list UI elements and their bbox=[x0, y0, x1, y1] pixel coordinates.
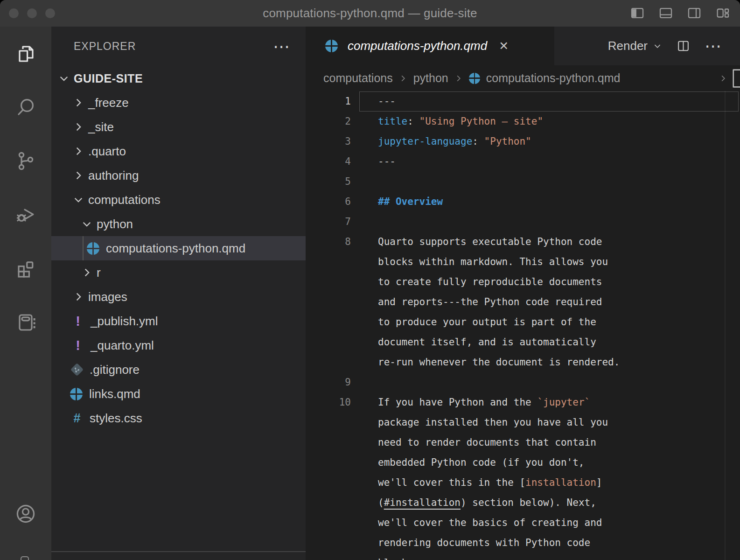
tree-item--quarto[interactable]: .quarto bbox=[51, 139, 306, 163]
tab-bar: computations-python.qmd ✕ Render ⋯ bbox=[306, 27, 740, 65]
tree-item-links-qmd[interactable]: links.qmd bbox=[51, 382, 306, 406]
code-line-text: (#installation) section below). Next, bbox=[378, 493, 596, 513]
tree-item-python[interactable]: python bbox=[51, 212, 306, 236]
code-line-text: ## Overview bbox=[378, 192, 443, 212]
tree-item--quarto-yml[interactable]: !_quarto.yml bbox=[51, 333, 306, 357]
line-number bbox=[306, 312, 351, 332]
yaml-warning-icon: ! bbox=[72, 338, 84, 353]
titlebar: computations-python.qmd — guide-site bbox=[0, 0, 740, 27]
tree-item-computations[interactable]: computations bbox=[51, 188, 306, 212]
code-line-text: and reports---the Python code required bbox=[378, 292, 602, 312]
breadcrumb-item-file[interactable]: computations-python.qmd bbox=[486, 71, 621, 85]
code-line: need to render documents that contain bbox=[306, 433, 740, 453]
explorer-more-actions-icon[interactable]: ⋯ bbox=[273, 42, 290, 51]
render-button[interactable]: Render bbox=[608, 39, 662, 53]
source-control-tab-button[interactable] bbox=[14, 150, 37, 172]
symbol-file-icon bbox=[729, 68, 740, 89]
breadcrumb-item-python[interactable]: python bbox=[413, 71, 448, 85]
code-editor[interactable]: 1---2title: "Using Python — site"3jupyte… bbox=[306, 91, 740, 560]
close-tab-icon[interactable]: ✕ bbox=[499, 39, 509, 53]
code-line-text: blocks within markdown. This allows you bbox=[378, 252, 608, 272]
toggle-panel-icon[interactable] bbox=[658, 5, 674, 21]
tree-item--site[interactable]: _site bbox=[51, 115, 306, 139]
tab-title: computations-python.qmd bbox=[348, 39, 487, 53]
quarto-file-icon bbox=[70, 388, 83, 400]
chevron-down-icon bbox=[58, 72, 70, 84]
tree-item-images[interactable]: images bbox=[51, 285, 306, 309]
code-line-text: --- bbox=[378, 91, 396, 112]
run-debug-tab-button[interactable] bbox=[14, 203, 37, 226]
search-tab-button[interactable] bbox=[14, 96, 37, 119]
notebook-book-icon bbox=[14, 311, 37, 333]
tree-item-computations-python-qmd[interactable]: computations-python.qmd bbox=[51, 236, 306, 260]
code-line-text: we'll cover the basics of creating and bbox=[378, 513, 602, 533]
code-line-text: need to render documents that contain bbox=[378, 433, 596, 453]
chevron-right-icon bbox=[81, 266, 93, 279]
editor-actions: Render ⋯ bbox=[554, 27, 740, 65]
toggle-secondary-sidebar-icon[interactable] bbox=[686, 5, 702, 21]
tree-item--publish-yml[interactable]: !_publish.yml bbox=[51, 309, 306, 333]
code-line-text: we'll cover this in the [installation] bbox=[378, 473, 602, 493]
close-window-button[interactable] bbox=[9, 8, 19, 18]
notebook-tab-button[interactable] bbox=[14, 311, 37, 333]
code-line: blocks. bbox=[306, 553, 740, 560]
line-number bbox=[306, 433, 351, 453]
tree-item--gitignore[interactable]: .gitignore bbox=[51, 357, 306, 382]
extensions-icon bbox=[14, 257, 37, 280]
code-line-text: rendering documents with Python code bbox=[378, 533, 590, 553]
breadcrumb-item-computations[interactable]: computations bbox=[323, 71, 393, 85]
chevron-right-icon bbox=[72, 97, 84, 109]
line-number: 10 bbox=[306, 392, 351, 413]
source-control-icon bbox=[14, 150, 37, 172]
code-line-text: to create fully reproducible documents bbox=[378, 272, 602, 292]
extensions-tab-button[interactable] bbox=[14, 257, 37, 280]
line-number: 6 bbox=[306, 192, 351, 212]
chevron-right-icon bbox=[719, 74, 727, 83]
outline-section[interactable]: OUTLINE bbox=[51, 551, 306, 560]
account-icon bbox=[14, 503, 37, 525]
code-line: re-run whenever the document is rendered… bbox=[306, 352, 740, 372]
code-line: rendering documents with Python code bbox=[306, 533, 740, 553]
tree-item-label: .gitignore bbox=[90, 363, 140, 377]
chevron-down-icon bbox=[653, 42, 662, 51]
tree-item-authoring[interactable]: authoring bbox=[51, 163, 306, 188]
code-line: blocks within markdown. This allows you bbox=[306, 252, 740, 272]
tree-item-label: _site bbox=[88, 120, 114, 134]
code-line: 4--- bbox=[306, 152, 740, 172]
account-button[interactable] bbox=[14, 503, 37, 527]
explorer-tab-button[interactable] bbox=[14, 42, 37, 65]
chevron-right-icon bbox=[399, 74, 407, 83]
window-title: computations-python.qmd — guide-site bbox=[263, 6, 477, 21]
code-line: package installed then you have all you bbox=[306, 413, 740, 433]
tree-item-label: styles.css bbox=[90, 411, 142, 426]
editor-more-actions-icon[interactable]: ⋯ bbox=[705, 42, 721, 51]
code-line: 7 bbox=[306, 212, 740, 232]
zoom-window-button[interactable] bbox=[45, 8, 55, 18]
customize-layout-icon[interactable] bbox=[715, 5, 731, 21]
scrollbar-divider bbox=[725, 91, 726, 560]
chevron-right-icon bbox=[72, 121, 84, 133]
run-and-debug-icon bbox=[14, 203, 37, 226]
tree-root-guide-site[interactable]: GUIDE-SITE bbox=[51, 66, 306, 91]
minimize-window-button[interactable] bbox=[27, 8, 37, 18]
code-line-text: to produce your output is part of the bbox=[378, 312, 596, 332]
traffic-lights bbox=[9, 8, 55, 18]
code-line-text: package installed then you have all you bbox=[378, 413, 608, 433]
editor-group: computations-python.qmd ✕ Render ⋯ bbox=[306, 27, 740, 560]
tree-item-r[interactable]: r bbox=[51, 260, 306, 285]
line-number bbox=[306, 272, 351, 292]
code-line-text: embedded Python code (if you don't, bbox=[378, 453, 585, 473]
tree-item--freeze[interactable]: _freeze bbox=[51, 91, 306, 115]
settings-gear-icon[interactable] bbox=[21, 556, 29, 560]
sidebar-header: EXPLORER ⋯ bbox=[51, 27, 306, 66]
split-editor-icon[interactable] bbox=[676, 39, 691, 53]
breadcrumb: computations python computations-python.… bbox=[306, 65, 740, 91]
code-line-text: blocks. bbox=[378, 553, 419, 560]
toggle-primary-sidebar-icon[interactable] bbox=[629, 5, 645, 21]
code-lines: 1---2title: "Using Python — site"3jupyte… bbox=[306, 91, 740, 560]
tab-computations-python-qmd[interactable]: computations-python.qmd ✕ bbox=[306, 27, 554, 65]
tree-item-label: python bbox=[97, 217, 133, 231]
tree-item-styles-css[interactable]: #styles.css bbox=[51, 406, 306, 430]
files-icon bbox=[14, 42, 37, 65]
vscode-window: computations-python.qmd — guide-site bbox=[0, 0, 740, 560]
